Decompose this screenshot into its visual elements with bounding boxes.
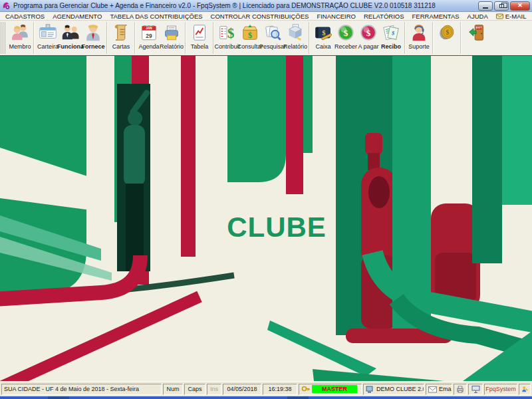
toolbar-pesquisar-button[interactable]: Pesquisar bbox=[261, 21, 284, 55]
toolbar-suporte-button[interactable]: Suporte bbox=[408, 21, 430, 55]
consult-folder-icon: $ bbox=[240, 23, 260, 43]
toolbar: Membro Carteira bbox=[0, 21, 532, 56]
svg-text:$: $ bbox=[248, 31, 252, 40]
status-email[interactable]: Email bbox=[426, 384, 452, 395]
exit-door-icon: EXIT bbox=[467, 23, 487, 43]
support-headset-icon bbox=[409, 23, 429, 43]
user-key-icon bbox=[521, 385, 528, 393]
menu-cadastros[interactable]: CADASTROS bbox=[1, 13, 49, 20]
status-time: 16:19:38 bbox=[263, 384, 297, 395]
svg-text:29: 29 bbox=[146, 33, 152, 39]
cash-book-icon: $ bbox=[313, 23, 333, 43]
toolbar-membro-button[interactable]: Membro bbox=[9, 21, 31, 55]
status-bar: SUA CIDADE - UF 4 de Maio de 2018 - Sext… bbox=[0, 381, 532, 396]
status-client: DEMO CLUBE 2.0 bbox=[363, 384, 424, 395]
app-window: Programa para Gerenciar Clube + Agenda e… bbox=[0, 0, 532, 399]
status-num-lock: Num bbox=[163, 384, 183, 395]
toolbar-consultar-button[interactable]: $ Consultar bbox=[239, 21, 261, 55]
monitor-icon bbox=[471, 385, 480, 394]
toolbar-contribuir-button[interactable]: $ Contribuir bbox=[216, 21, 239, 55]
mail-icon bbox=[496, 13, 503, 19]
svg-text:EXIT: EXIT bbox=[476, 27, 482, 29]
status-network[interactable] bbox=[468, 384, 483, 395]
toolbar-recibo-button[interactable]: $ Recibo bbox=[380, 21, 402, 55]
minimize-icon bbox=[483, 7, 488, 9]
printer-icon bbox=[456, 385, 464, 394]
envelope-icon bbox=[428, 386, 437, 393]
coin-icon: $ bbox=[437, 23, 457, 43]
toolbar-caixa-button[interactable]: $ Caixa bbox=[312, 21, 334, 55]
status-user bbox=[519, 384, 531, 395]
close-icon: ✕ bbox=[517, 3, 523, 9]
toolbar-gripper[interactable] bbox=[1, 22, 7, 54]
table-chart-icon bbox=[190, 23, 209, 43]
search-cards-icon bbox=[263, 23, 283, 43]
menu-tabela-contribuicoes[interactable]: TABELA DAS CONTRIBUIÇÕES bbox=[106, 13, 206, 20]
toolbar-carteira-button[interactable]: Carteira bbox=[37, 21, 59, 55]
main-canvas: CLUBE bbox=[0, 56, 532, 381]
toolbar-fornece-button[interactable]: Fornece bbox=[82, 21, 104, 55]
minimize-button[interactable] bbox=[478, 1, 493, 11]
toolbar-receber-button[interactable]: $ Receber bbox=[334, 21, 357, 55]
id-card-icon bbox=[38, 23, 58, 43]
restore-icon bbox=[499, 4, 504, 8]
computer-icon bbox=[366, 385, 374, 394]
receive-money-icon: $ bbox=[336, 23, 356, 43]
status-caps-lock: Caps bbox=[184, 384, 205, 395]
menu-controlar-contribuicoes[interactable]: CONTROLAR CONSTRIBUIÇÕES bbox=[207, 13, 313, 20]
toolbar-coin-button[interactable]: $ bbox=[436, 21, 458, 55]
master-badge: MASTER bbox=[312, 385, 357, 393]
status-printer[interactable] bbox=[454, 384, 467, 395]
svg-text:JAN: JAN bbox=[146, 27, 152, 30]
menu-ajuda[interactable]: AJUDA bbox=[464, 13, 492, 20]
toolbar-separator bbox=[404, 22, 406, 54]
toolbar-separator bbox=[33, 22, 35, 54]
pay-money-icon: $ bbox=[358, 23, 378, 43]
menu-bar: CADASTROS AGENDAMENTO TABELA DAS CONTRIB… bbox=[0, 12, 532, 21]
toolbar-cartas-button[interactable]: Cartas bbox=[110, 21, 132, 55]
toolbar-funciona-button[interactable]: Funciona bbox=[59, 21, 82, 55]
window-title: Programa para Gerenciar Clube + Agenda e… bbox=[13, 2, 478, 9]
supplier-icon bbox=[83, 23, 103, 43]
receipt-icon: $ bbox=[381, 23, 401, 43]
contribution-list-icon: $ bbox=[217, 23, 237, 43]
svg-text:$: $ bbox=[227, 26, 234, 41]
svg-text:$: $ bbox=[446, 29, 450, 36]
toolbar-apagar-button[interactable]: $ A pagar bbox=[357, 21, 380, 55]
status-location: SUA CIDADE - UF 4 de Maio de 2018 - Sext… bbox=[1, 384, 162, 395]
status-insert-mode: Ins bbox=[207, 384, 221, 395]
toolbar-exit-button[interactable]: EXIT bbox=[464, 21, 490, 55]
restore-button[interactable] bbox=[494, 1, 509, 11]
toolbar-relatorio-agenda-button[interactable]: Relatório bbox=[160, 21, 183, 55]
menu-email[interactable]: E-MAIL bbox=[492, 13, 531, 20]
close-button[interactable]: ✕ bbox=[510, 1, 530, 11]
clube-headline: CLUBE bbox=[227, 211, 327, 243]
members-icon bbox=[10, 23, 30, 43]
menu-financeiro[interactable]: FINANCEIRO bbox=[313, 13, 360, 20]
key-icon bbox=[301, 385, 310, 394]
staff-icon bbox=[61, 23, 80, 43]
menu-ferramentas[interactable]: FERRAMENTAS bbox=[408, 13, 464, 20]
toolbar-separator bbox=[185, 22, 186, 54]
svg-text:$: $ bbox=[344, 28, 348, 38]
toolbar-separator bbox=[309, 22, 310, 54]
toolbar-separator bbox=[134, 22, 136, 54]
status-date: 04/05/2018 bbox=[223, 384, 261, 395]
toolbar-relatorio-financeiro-button[interactable]: Relatório bbox=[284, 21, 307, 55]
menu-relatorios[interactable]: RELATÓRIOS bbox=[360, 13, 408, 20]
svg-text:$: $ bbox=[366, 28, 371, 38]
toolbar-agenda-button[interactable]: JAN 29 Agenda bbox=[138, 21, 160, 55]
letter-scroll-icon bbox=[111, 23, 131, 43]
toolbar-tabela-button[interactable]: Tabela bbox=[188, 21, 211, 55]
status-access-level: MASTER bbox=[299, 384, 362, 395]
svg-text:$: $ bbox=[322, 29, 325, 37]
finance-report-icon bbox=[285, 23, 305, 43]
title-bar: Programa para Gerenciar Clube + Agenda e… bbox=[0, 0, 532, 12]
toolbar-separator bbox=[106, 22, 108, 54]
status-brand: FpqSystem bbox=[484, 384, 517, 395]
taskbar-strip bbox=[0, 396, 532, 399]
toolbar-separator bbox=[432, 22, 434, 54]
agenda-report-icon bbox=[162, 23, 182, 43]
toolbar-separator bbox=[460, 22, 462, 54]
menu-agendamento[interactable]: AGENDAMENTO bbox=[49, 13, 106, 20]
